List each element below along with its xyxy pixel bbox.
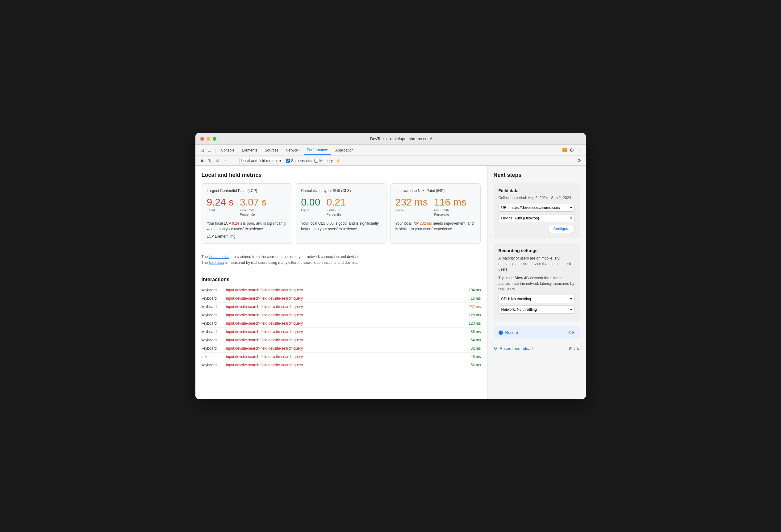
tab-application[interactable]: Application — [332, 146, 357, 154]
configure-button[interactable]: Configure — [548, 225, 574, 233]
interaction-row[interactable]: keyboard input.devsite-search-field.devs… — [202, 319, 481, 328]
cpu-throttle-icon: ⚡ — [335, 158, 340, 163]
cpu-throttle-row: CPU: No throttling ▾ — [499, 295, 575, 303]
record-button[interactable]: Record — [499, 330, 518, 335]
field-data-title: Field data — [499, 188, 575, 193]
interactions-title: Interactions — [202, 277, 481, 282]
field-data-section: Field data Collection period: Aug 6, 202… — [494, 183, 580, 238]
interaction-row[interactable]: pointer input.devsite-search-field.devsi… — [202, 353, 481, 361]
cpu-label: CPU: No throttling — [501, 297, 531, 301]
device-dropdown[interactable]: Device: Auto (Desktop) ▾ — [499, 214, 575, 222]
cls-field-value: 0.21 — [326, 196, 345, 208]
tab-elements[interactable]: Elements — [239, 146, 260, 154]
minimize-button[interactable] — [207, 137, 210, 141]
interaction-row[interactable]: keyboard input.devsite-search-field.devs… — [202, 336, 481, 344]
chevron-down-icon: ▾ — [570, 297, 572, 301]
interaction-row[interactable]: keyboard input.devsite-search-field.devs… — [202, 328, 481, 336]
network-throttle-row: Network: No throttling ▾ — [499, 306, 575, 313]
chevron-down-icon: ▾ — [570, 206, 572, 210]
inp-field-value: 116 ms — [434, 196, 466, 208]
device-dropdown-label: Device: Auto (Desktop) — [501, 216, 539, 220]
inp-local-block: 232 ms Local — [396, 196, 428, 212]
close-button[interactable] — [200, 137, 204, 141]
interaction-row[interactable]: keyboard input.devsite-search-field.devs… — [202, 286, 481, 295]
inp-values: 232 ms Local 116 ms Field 75thPercentile — [396, 196, 476, 217]
section-title: Local and field metrics — [202, 172, 481, 178]
cls-field-label: Field 75thPercentile — [326, 208, 345, 217]
settings-icon[interactable]: ⚙ — [569, 147, 575, 153]
cls-values: 0.00 Local 0.21 Field 75thPercentile — [301, 196, 381, 217]
cls-local-block: 0.00 Local — [301, 196, 320, 212]
cls-title: Cumulative Layout Shift (CLS) — [301, 188, 381, 193]
record-section[interactable]: Record ⌘ E — [494, 326, 580, 339]
network-label: Network: No throttling — [501, 307, 537, 312]
interaction-row[interactable]: keyboard input.devsite-search-field.devs… — [202, 295, 481, 303]
memory-checkbox[interactable] — [314, 159, 318, 163]
record-reload-shortcut: ⌘ ⇧ E — [568, 346, 580, 351]
recording-text1: A majority of users are on mobile. Try e… — [499, 256, 575, 272]
view-dropdown[interactable]: Local and field metrics ▾ — [239, 158, 283, 164]
tab-sources[interactable]: Sources — [262, 146, 282, 154]
interaction-row[interactable]: keyboard input.devsite-search-field.devs… — [202, 344, 481, 353]
interaction-row[interactable]: keyboard input.devsite-search-field.devs… — [202, 311, 481, 319]
tab-bar: ⊡ ▭ Console Elements Sources Network Per… — [195, 145, 586, 156]
cls-description: Your local CLS 0.00 is good, and is sign… — [301, 221, 381, 232]
inp-description: Your local INP 232 ms needs improvement,… — [396, 221, 476, 232]
record-reload-label: Record and reload — [500, 346, 533, 351]
titlebar: DevTools - developer.chrome.com/ — [195, 133, 586, 145]
collection-period: Collection period: Aug 6, 2024 - Sep 2, … — [499, 196, 575, 200]
url-dropdown-label: URL: https://developer.chrome.com/ — [501, 206, 560, 210]
memory-label: Memory — [320, 159, 333, 163]
next-steps-title: Next steps — [494, 172, 580, 178]
tab-performance[interactable]: Performance — [304, 146, 331, 154]
interactions-list: keyboard input.devsite-search-field.devs… — [202, 286, 481, 369]
interaction-row[interactable]: keyboard input.devsite-search-field.devs… — [202, 361, 481, 369]
view-dropdown-label: Local and field metrics — [241, 159, 278, 163]
local-metrics-link[interactable]: local metrics — [209, 255, 230, 259]
chevron-down-icon: ▾ — [570, 216, 572, 220]
maximize-button[interactable] — [213, 137, 216, 141]
screenshots-checkbox[interactable] — [286, 159, 290, 163]
field-data-link[interactable]: field data — [209, 260, 224, 265]
reload-icon: ↻ — [494, 346, 497, 351]
download-icon[interactable]: ↓ — [231, 158, 237, 164]
record-shortcut: ⌘ E — [567, 330, 574, 335]
main-panel: Local and field metrics Largest Contentf… — [195, 166, 487, 399]
upload-icon[interactable]: ↑ — [223, 158, 229, 164]
interaction-row[interactable]: keyboard input.devsite-search-field.devs… — [202, 303, 481, 311]
memory-checkbox-label[interactable]: Memory — [314, 159, 333, 163]
tab-network[interactable]: Network — [283, 146, 302, 154]
lcp-description: Your local LCP 9.24 s is poor, and is si… — [207, 221, 287, 232]
lcp-field-value: 3.07 s — [240, 196, 267, 208]
network-dropdown[interactable]: Network: No throttling ▾ — [499, 306, 575, 313]
cpu-dropdown[interactable]: CPU: No throttling ▾ — [499, 295, 575, 303]
window-title: DevTools - developer.chrome.com/ — [221, 136, 581, 141]
info-text: The local metrics are captured from the … — [202, 250, 481, 269]
lcp-element: LCP Element img — [207, 234, 287, 238]
record-icon[interactable]: ⏺ — [199, 158, 205, 164]
recording-settings-title: Recording settings — [499, 248, 575, 253]
more-icon[interactable]: ⋮ — [576, 147, 582, 153]
chevron-down-icon: ▾ — [570, 307, 572, 312]
url-dropdown[interactable]: URL: https://developer.chrome.com/ ▾ — [499, 204, 575, 212]
lcp-local-block: 9.24 s Local — [207, 196, 234, 212]
lcp-local-label: Local — [207, 208, 234, 212]
inp-title: Interaction to Next Paint (INP) — [396, 188, 476, 193]
record-label: Record — [505, 330, 518, 335]
inp-local-label: Local — [396, 208, 428, 212]
cls-card: Cumulative Layout Shift (CLS) 0.00 Local… — [296, 183, 386, 244]
inp-card: Interaction to Next Paint (INP) 232 ms L… — [390, 183, 481, 244]
screenshots-label: Screenshots — [291, 159, 312, 163]
settings-icon-sub[interactable]: ⚙ — [576, 158, 582, 164]
reload-icon[interactable]: ↻ — [207, 158, 213, 164]
tab-separator — [215, 148, 215, 153]
device-icon[interactable]: ▭ — [207, 147, 213, 153]
traffic-lights — [200, 137, 216, 141]
cls-local-value: 0.00 — [301, 196, 320, 208]
inspect-icon[interactable]: ⊡ — [199, 147, 205, 153]
screenshots-checkbox-label[interactable]: Screenshots — [286, 159, 312, 163]
sub-toolbar: ⏺ ↻ ⊘ ↑ ↓ Local and field metrics ▾ Scre… — [195, 156, 586, 166]
tab-console[interactable]: Console — [218, 146, 238, 154]
clear-icon[interactable]: ⊘ — [215, 158, 221, 164]
record-reload-button[interactable]: ↻ Record and reload — [494, 346, 533, 351]
